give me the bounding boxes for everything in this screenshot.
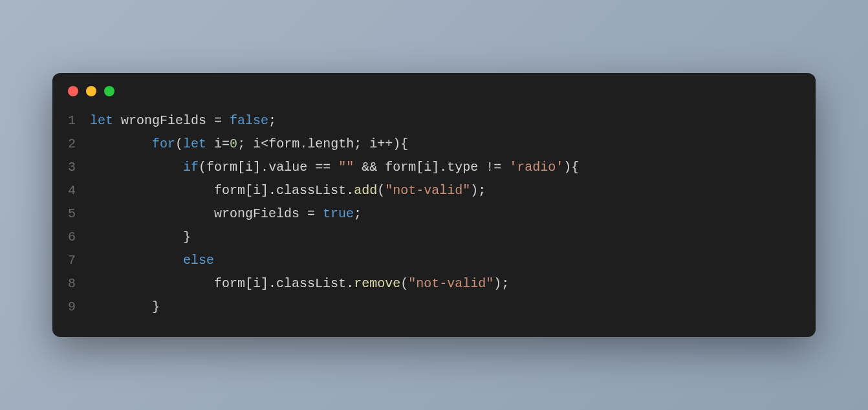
token-const: false bbox=[230, 113, 268, 128]
token-sp bbox=[90, 136, 152, 151]
line-number: 7 bbox=[52, 249, 90, 272]
token-str: "not-valid" bbox=[385, 183, 470, 198]
token-op: && bbox=[354, 160, 385, 175]
token-str: "" bbox=[338, 160, 354, 175]
token-kw: let bbox=[90, 113, 113, 128]
token-kw: let bbox=[183, 136, 206, 151]
token-var: i bbox=[253, 276, 261, 291]
token-var: i bbox=[424, 160, 431, 175]
token-var: i bbox=[253, 183, 261, 198]
token-punc: [ bbox=[237, 160, 245, 175]
token-var: form bbox=[268, 136, 299, 151]
minimize-button[interactable] bbox=[86, 86, 96, 96]
code-line: 6 } bbox=[52, 226, 816, 249]
code-line: 9 } bbox=[52, 296, 816, 319]
code-content: if(form[i].value == "" && form[i].type !… bbox=[90, 156, 579, 179]
token-sp bbox=[206, 136, 214, 151]
token-punc: [ bbox=[245, 276, 253, 291]
token-op: = bbox=[299, 206, 323, 221]
window-title-bar bbox=[52, 73, 816, 102]
token-sp bbox=[90, 183, 214, 198]
token-punc: [ bbox=[245, 183, 253, 198]
code-content: form[i].classList.remove("not-valid"); bbox=[90, 272, 509, 296]
token-prop: classList bbox=[276, 183, 346, 198]
token-var: form bbox=[214, 276, 245, 291]
token-op: == bbox=[307, 160, 338, 175]
token-var: wrongFields bbox=[214, 206, 299, 221]
code-line: 7 else bbox=[52, 249, 816, 272]
code-line: 2 for(let i=0; i<form.length; i++){ bbox=[52, 133, 816, 156]
token-punc: ]. bbox=[431, 160, 447, 175]
token-op: < bbox=[261, 136, 268, 151]
token-const: true bbox=[323, 206, 354, 221]
token-punc: ( bbox=[377, 183, 385, 198]
token-punc: . bbox=[299, 136, 307, 151]
token-punc: ]. bbox=[261, 183, 276, 198]
code-line: 3 if(form[i].value == "" && form[i].type… bbox=[52, 156, 816, 179]
token-var: i bbox=[214, 136, 222, 151]
line-number: 6 bbox=[52, 226, 90, 249]
token-op: = bbox=[222, 136, 230, 151]
token-op: != bbox=[478, 160, 509, 175]
token-punc: ); bbox=[470, 183, 486, 198]
code-content: for(let i=0; i<form.length; i++){ bbox=[90, 133, 408, 156]
line-number: 5 bbox=[52, 202, 90, 226]
code-area[interactable]: 1let wrongFields = false;2 for(let i=0; … bbox=[52, 102, 816, 337]
token-punc: ( bbox=[400, 276, 408, 291]
token-str: 'radio' bbox=[509, 160, 563, 175]
maximize-button[interactable] bbox=[104, 86, 114, 96]
token-punc: ]. bbox=[261, 276, 276, 291]
code-line: 1let wrongFields = false; bbox=[52, 109, 816, 133]
token-punc: [ bbox=[416, 160, 424, 175]
token-punc: . bbox=[346, 183, 354, 198]
token-punc: ++){ bbox=[377, 136, 408, 151]
token-fn: remove bbox=[354, 276, 400, 291]
token-punc: . bbox=[346, 276, 354, 291]
token-var: form bbox=[206, 160, 237, 175]
code-content: else bbox=[90, 249, 214, 272]
line-number: 2 bbox=[52, 133, 90, 156]
token-kw: if bbox=[183, 160, 199, 175]
code-line: 4 form[i].classList.add("not-valid"); bbox=[52, 179, 816, 202]
close-button[interactable] bbox=[68, 86, 78, 96]
token-var: i bbox=[369, 136, 377, 151]
token-punc: ; bbox=[354, 136, 369, 151]
token-sp bbox=[113, 113, 121, 128]
token-var: i bbox=[245, 160, 253, 175]
code-content: wrongFields = true; bbox=[90, 202, 362, 226]
token-num: 0 bbox=[230, 136, 237, 151]
token-var: form bbox=[385, 160, 416, 175]
token-punc: ; bbox=[268, 113, 276, 128]
token-var: form bbox=[214, 183, 245, 198]
code-content: form[i].classList.add("not-valid"); bbox=[90, 179, 486, 202]
token-sp bbox=[90, 253, 183, 268]
token-sp bbox=[90, 160, 183, 175]
code-content: } bbox=[90, 226, 191, 249]
token-punc: ; bbox=[354, 206, 362, 221]
token-var: wrongFields bbox=[121, 113, 206, 128]
line-number: 8 bbox=[52, 272, 90, 296]
token-var: i bbox=[253, 136, 261, 151]
token-punc: ; bbox=[237, 136, 253, 151]
code-line: 8 form[i].classList.remove("not-valid"); bbox=[52, 272, 816, 296]
token-prop: length bbox=[307, 136, 354, 151]
line-number: 9 bbox=[52, 296, 90, 319]
code-content: let wrongFields = false; bbox=[90, 109, 276, 133]
token-sp bbox=[90, 276, 214, 291]
line-number: 1 bbox=[52, 109, 90, 133]
token-kw: else bbox=[183, 253, 214, 268]
token-str: "not-valid" bbox=[408, 276, 494, 291]
token-prop: value bbox=[268, 160, 307, 175]
token-punc: ( bbox=[175, 136, 183, 151]
code-content: } bbox=[90, 296, 160, 319]
token-op: = bbox=[206, 113, 230, 128]
token-fn: add bbox=[354, 183, 377, 198]
token-punc: ); bbox=[494, 276, 509, 291]
token-prop: type bbox=[447, 160, 478, 175]
code-line: 5 wrongFields = true; bbox=[52, 202, 816, 226]
token-kw: for bbox=[152, 136, 175, 151]
token-prop: classList bbox=[276, 276, 346, 291]
token-sp bbox=[90, 206, 214, 221]
line-number: 3 bbox=[52, 156, 90, 179]
line-number: 4 bbox=[52, 179, 90, 202]
